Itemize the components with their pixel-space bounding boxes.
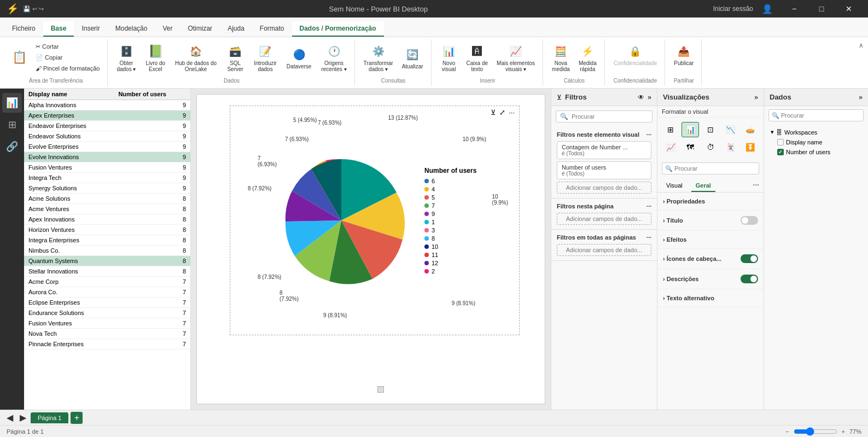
- format-painter-button[interactable]: 🖌 Pincel de formatação: [32, 63, 103, 73]
- new-measure-button[interactable]: 🧮 Novamedida: [549, 42, 573, 74]
- viz-line-icon[interactable]: 📉: [721, 122, 739, 137]
- viz-section-icones-header[interactable]: › Ícones de cabeça...: [663, 252, 758, 265]
- table-row[interactable]: Pinnacle Enterprises7: [24, 339, 190, 349]
- expand-filters-icon[interactable]: »: [648, 94, 651, 101]
- viz-section-titulo-header[interactable]: › Título: [663, 214, 758, 227]
- nav-report-button[interactable]: 📊: [2, 93, 22, 113]
- col-header-display-name[interactable]: Display name: [24, 89, 114, 100]
- table-row[interactable]: Endeavor Enterprises9: [24, 121, 190, 131]
- data-tree-number-users[interactable]: ✓ Number of users: [775, 147, 864, 157]
- number-users-checkbox[interactable]: ✓: [777, 149, 784, 155]
- viz-search-input[interactable]: [662, 162, 759, 174]
- table-row[interactable]: Evolve Enterprises9: [24, 142, 190, 152]
- table-row[interactable]: Endurance Solutions7: [24, 308, 190, 318]
- add-field-visual-btn[interactable]: Adicionar campos de dado...: [557, 182, 651, 194]
- viz-pie-icon[interactable]: 🥧: [742, 122, 759, 137]
- data-tree-display-name[interactable]: Display name: [775, 137, 864, 147]
- tab-ver[interactable]: Ver: [155, 21, 180, 37]
- viz-area-icon[interactable]: 📈: [662, 139, 679, 155]
- viz-card-icon[interactable]: 🃏: [721, 139, 739, 155]
- onelake-button[interactable]: 🏠 Hub de dados doOneLake: [172, 42, 220, 74]
- table-row[interactable]: Synergy Solutions9: [24, 183, 190, 194]
- table-row[interactable]: Stellar Innovations8: [24, 266, 190, 277]
- visual-container[interactable]: ⊻ ⤢ ···: [230, 106, 520, 335]
- tab-ajuda[interactable]: Ajuda: [220, 21, 252, 37]
- sensitivity-button[interactable]: 🔒 Confidencialidade: [610, 42, 661, 68]
- close-button[interactable]: ✕: [836, 0, 861, 18]
- quick-measure-button[interactable]: ⚡ Medidarápida: [575, 42, 600, 74]
- table-row[interactable]: Acme Corp7: [24, 277, 190, 287]
- tab-otimizar[interactable]: Otimizar: [180, 21, 220, 37]
- data-search-input[interactable]: [768, 109, 864, 121]
- get-data-button[interactable]: 🗄️ Obterdados ▾: [113, 42, 139, 74]
- tab-modelacao[interactable]: Modelação: [108, 21, 155, 37]
- zoom-slider[interactable]: [794, 427, 837, 436]
- signin-label[interactable]: Iniciar sessão: [713, 5, 753, 13]
- viz-scatter-icon[interactable]: ⊡: [702, 122, 719, 137]
- table-row[interactable]: Apex Innovations8: [24, 214, 190, 225]
- nav-table-button[interactable]: ⊞: [2, 115, 22, 135]
- viz-section-descricoes-header[interactable]: › Descrições: [663, 272, 758, 285]
- zoom-in-icon[interactable]: +: [842, 428, 845, 435]
- table-row[interactable]: Acme Ventures8: [24, 204, 190, 214]
- table-row[interactable]: Acme Solutions8: [24, 194, 190, 204]
- col-header-users[interactable]: Number of users: [114, 89, 190, 100]
- viz-funnel-icon[interactable]: ⏬: [742, 139, 759, 155]
- text-box-button[interactable]: 🅰 Caixa detexto: [463, 42, 491, 74]
- viz-bar-chart-icon[interactable]: 📊: [681, 122, 699, 137]
- add-page-button[interactable]: +: [71, 412, 83, 424]
- table-row[interactable]: Evolve Innovations9: [24, 152, 190, 162]
- descricoes-toggle[interactable]: [741, 275, 758, 283]
- recent-sources-button[interactable]: 🕐 Origensrecentes ▾: [318, 42, 349, 74]
- icones-toggle[interactable]: [741, 254, 758, 263]
- viz-gauge-icon[interactable]: ⏱: [702, 139, 719, 155]
- expand-viz-icon[interactable]: »: [754, 94, 758, 101]
- minimize-button[interactable]: −: [782, 0, 807, 18]
- excel-button[interactable]: 📗 Livro doExcel: [142, 42, 168, 74]
- tab-inserir[interactable]: Inserir: [74, 21, 107, 37]
- nav-model-button[interactable]: 🔗: [2, 137, 22, 156]
- table-row[interactable]: Fusion Ventures9: [24, 162, 190, 173]
- zoom-out-icon[interactable]: −: [785, 428, 789, 435]
- table-row[interactable]: Horizon Ventures8: [24, 225, 190, 235]
- display-name-checkbox[interactable]: [777, 139, 784, 145]
- filter-chip-users[interactable]: Number of users é (Todos): [557, 161, 651, 179]
- filter-section-page-more[interactable]: ···: [646, 203, 651, 209]
- cut-button[interactable]: ✂ Cortar: [32, 42, 103, 52]
- transform-button[interactable]: ⚙️ Transformardados ▾: [360, 42, 397, 74]
- table-row[interactable]: Integra Tech9: [24, 173, 190, 183]
- user-avatar[interactable]: 👤: [762, 4, 773, 14]
- add-field-page-btn[interactable]: Adicionar campos de dado...: [557, 213, 651, 225]
- filter-section-visual-more[interactable]: ···: [646, 131, 651, 138]
- data-tree-workspaces[interactable]: ▾ 🗄 Workspaces: [768, 127, 864, 137]
- table-row[interactable]: Integra Enterprises8: [24, 235, 190, 246]
- next-page-button[interactable]: ▶: [18, 412, 28, 423]
- refresh-button[interactable]: 🔄 Atualizar: [399, 45, 427, 72]
- collapse-ribbon-button[interactable]: ∧: [859, 42, 864, 49]
- sql-button[interactable]: 🗃️ SQLServer: [223, 42, 247, 74]
- table-row[interactable]: Apex Enterprises9: [24, 110, 190, 121]
- add-field-all-btn[interactable]: Adicionar campos de dado...: [557, 244, 651, 256]
- eye-icon[interactable]: 👁: [638, 94, 644, 101]
- table-row[interactable]: Nova Tech7: [24, 329, 190, 339]
- viz-section-efeitos-header[interactable]: › Efeitos: [663, 234, 758, 245]
- viz-table-icon[interactable]: ⊞: [662, 122, 679, 137]
- viz-map-icon[interactable]: 🗺: [681, 139, 699, 155]
- filters-search-input[interactable]: [556, 110, 653, 123]
- new-visual-button[interactable]: 📊 Novovisual: [437, 42, 461, 74]
- prev-page-button[interactable]: ◀: [4, 412, 15, 423]
- tab-dados[interactable]: Dados / Pormenorização: [292, 21, 384, 37]
- maximize-button[interactable]: □: [809, 0, 834, 18]
- table-row[interactable]: Endeavor Solutions9: [24, 131, 190, 142]
- titulo-toggle[interactable]: [741, 216, 758, 225]
- paste-button[interactable]: 📋: [9, 48, 30, 67]
- tab-ficheiro[interactable]: Ficheiro: [4, 21, 43, 37]
- enter-data-button[interactable]: 📝 Introduzirdados: [251, 42, 280, 74]
- viz-tab-geral[interactable]: Geral: [691, 180, 715, 192]
- table-row[interactable]: Aurora Co.7: [24, 287, 190, 298]
- table-row[interactable]: Alpha Innovations9: [24, 100, 190, 110]
- publish-button[interactable]: 📤 Publicar: [671, 42, 697, 68]
- table-row[interactable]: Fusion Ventures7: [24, 318, 190, 329]
- table-row[interactable]: Nimbus Co.8: [24, 246, 190, 256]
- viz-section-propriedades-header[interactable]: › Propriedades: [663, 196, 758, 207]
